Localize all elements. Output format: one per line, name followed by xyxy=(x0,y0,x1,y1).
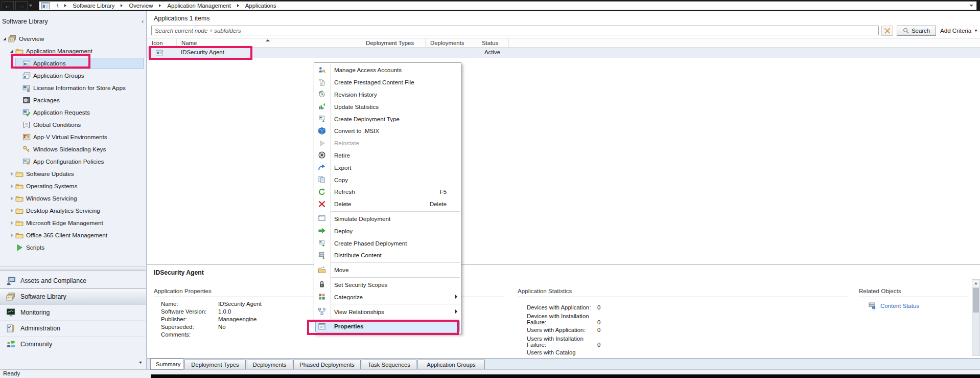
tree-item-software-updates[interactable]: Software Updates xyxy=(0,168,146,180)
menu-item-revision-history[interactable]: Revision History xyxy=(314,88,461,101)
menu-item-view-relationships[interactable]: View Relationships xyxy=(314,305,461,318)
menu-item-categorize[interactable]: Categorize xyxy=(314,291,461,303)
breadcrumb-bar[interactable]: \ Software LibraryOverviewApplication Ma… xyxy=(39,1,977,10)
content-status-link[interactable]: Content Status xyxy=(868,302,919,310)
forward-button[interactable]: → xyxy=(15,1,28,10)
tree-item-license-information-for-store-apps[interactable]: License Information for Store Apps xyxy=(0,82,146,94)
workspace-button-assets-and-compliance[interactable]: Assets and Compliance xyxy=(0,273,146,288)
tab-summary[interactable]: Summary xyxy=(150,359,183,370)
tree-item-app-v-virtual-environments[interactable]: App-V Virtual Environments xyxy=(0,131,146,143)
refresh-icon xyxy=(314,188,330,196)
workspace-config-chevron-icon[interactable] xyxy=(139,362,142,364)
folder-icon xyxy=(15,194,24,203)
app-configuration-policies-icon xyxy=(22,158,31,166)
collapsed-arrow-icon[interactable] xyxy=(9,168,15,180)
collapsed-arrow-icon[interactable] xyxy=(9,229,15,241)
tree-item-applications[interactable]: Applications xyxy=(0,57,146,70)
collapsed-arrow-icon[interactable] xyxy=(9,180,15,192)
workspace-button-software-library[interactable]: Software Library xyxy=(0,288,146,304)
tree-item-operating-systems[interactable]: Operating Systems xyxy=(0,180,146,192)
submenu-arrow-icon xyxy=(455,295,457,299)
tab-deployments[interactable]: Deployments xyxy=(247,360,292,370)
menu-item-label: Distribute Content xyxy=(334,252,382,258)
scrollbar-thumb[interactable] xyxy=(973,288,979,313)
expanded-arrow-icon[interactable] xyxy=(9,45,15,57)
expanded-arrow-icon[interactable] xyxy=(2,33,8,45)
tree-item-microsoft-edge-management[interactable]: Microsoft Edge Management xyxy=(0,217,146,229)
menu-separator xyxy=(331,211,460,212)
folder-icon xyxy=(15,231,24,239)
workspace-splitter[interactable] xyxy=(0,266,146,271)
tree-item-packages[interactable]: Packages xyxy=(0,94,146,106)
workspace-label: Monitoring xyxy=(20,309,50,316)
tree-item-global-conditions[interactable]: Global Conditions xyxy=(0,119,146,131)
column-header-deployments[interactable]: Deployments xyxy=(426,39,477,47)
tab-application-groups[interactable]: Application Groups xyxy=(417,360,485,370)
menu-item-move[interactable]: Move xyxy=(314,264,461,276)
tree-item-windows-sideloading-keys[interactable]: Windows Sideloading Keys xyxy=(0,143,146,155)
tree-item-label: Packages xyxy=(33,97,60,104)
breadcrumb-item-overview[interactable]: Overview xyxy=(129,3,153,9)
menu-item-manage-access-accounts[interactable]: Manage Access Accounts xyxy=(314,64,461,76)
detail-scrollbar[interactable] xyxy=(972,279,980,356)
collapsed-arrow-icon[interactable] xyxy=(9,217,15,229)
menu-item-create-deployment-type[interactable]: Create Deployment Type xyxy=(314,113,461,125)
search-button[interactable]: Search xyxy=(897,26,936,36)
statistic-label: Users with Catalog xyxy=(527,349,597,355)
column-header-icon[interactable]: Icon xyxy=(147,39,177,47)
tree-item-windows-servicing[interactable]: Windows Servicing xyxy=(0,192,146,205)
history-dropdown-button[interactable] xyxy=(28,1,34,10)
tree-item-office-365-client-management[interactable]: Office 365 Client Management xyxy=(0,229,146,241)
menu-item-export[interactable]: Export xyxy=(314,161,461,173)
tab-deployment-types[interactable]: Deployment Types xyxy=(184,360,246,370)
menu-item-copy[interactable]: Copy xyxy=(314,173,461,186)
menu-item-update-statistics[interactable]: Update Statistics xyxy=(314,100,461,113)
workspace-button-administration[interactable]: Administration xyxy=(0,320,146,336)
menu-item-label: Retire xyxy=(334,152,350,159)
tree-item-application-management[interactable]: Application Management xyxy=(0,45,146,57)
menu-item-label: View Relationships xyxy=(334,308,384,315)
search-input[interactable] xyxy=(151,26,879,35)
back-button[interactable]: ← xyxy=(2,1,14,10)
scroll-up-icon[interactable] xyxy=(972,280,979,287)
menu-item-distribute-content[interactable]: Distribute Content xyxy=(314,249,461,261)
tree-item-application-groups[interactable]: Application Groups xyxy=(0,70,146,82)
menu-item-convert-to-msix[interactable]: Convert to .MSIX xyxy=(314,125,461,137)
applications-icon xyxy=(22,59,31,68)
table-row[interactable]: IDSecurity Agent Active xyxy=(147,48,980,58)
menu-item-create-prestaged-content-file[interactable]: Create Prestaged Content File xyxy=(314,76,461,88)
menu-separator xyxy=(331,277,460,278)
column-header-deployment-types[interactable]: Deployment Types xyxy=(361,39,426,47)
add-criteria-button[interactable]: Add Criteria xyxy=(940,27,977,34)
menu-item-retire[interactable]: Retire xyxy=(314,149,461,162)
menu-item-delete[interactable]: DeleteDelete xyxy=(314,198,461,210)
address-dropdown-icon[interactable] xyxy=(969,5,973,7)
menu-item-deploy[interactable]: Deploy xyxy=(314,225,461,237)
collapse-nav-chevron[interactable]: ‹ xyxy=(142,17,144,25)
tree-item-app-configuration-policies[interactable]: App Configuration Policies xyxy=(0,155,146,168)
menu-item-create-phased-deployment[interactable]: Create Phased Deployment xyxy=(314,237,461,249)
menu-item-set-security-scopes[interactable]: Set Security Scopes xyxy=(314,279,461,291)
sideloading-keys-icon xyxy=(22,145,31,153)
menu-item-properties[interactable]: Properties xyxy=(314,320,461,332)
breadcrumb-root[interactable]: \ xyxy=(57,3,58,9)
column-header-status[interactable]: Status xyxy=(477,39,509,47)
menu-item-simulate-deployment[interactable]: Simulate Deployment xyxy=(314,213,461,225)
breadcrumb-item-application-management[interactable]: Application Management xyxy=(167,3,230,9)
tree-item-application-requests[interactable]: Application Requests xyxy=(0,106,146,119)
tab-task-sequences[interactable]: Task Sequences xyxy=(362,360,416,370)
tree-item-scripts[interactable]: Scripts xyxy=(0,241,146,254)
workspace-button-monitoring[interactable]: Monitoring xyxy=(0,304,146,320)
tree-item-label: Application Requests xyxy=(33,109,90,116)
collapsed-arrow-icon[interactable] xyxy=(9,205,15,217)
breadcrumb-item-software-library[interactable]: Software Library xyxy=(73,3,114,9)
breadcrumb-item-applications[interactable]: Applications xyxy=(245,3,276,9)
tree-item-desktop-analytics-servicing[interactable]: Desktop Analytics Servicing xyxy=(0,205,146,217)
tab-phased-deployments[interactable]: Phased Deployments xyxy=(293,360,361,370)
menu-item-refresh[interactable]: RefreshF5 xyxy=(314,186,461,198)
tree-item-overview[interactable]: Overview xyxy=(0,33,146,45)
distribute-content-icon xyxy=(314,251,330,259)
workspace-button-community[interactable]: Community xyxy=(0,336,146,352)
collapsed-arrow-icon[interactable] xyxy=(9,192,15,205)
clear-search-button[interactable] xyxy=(881,26,893,36)
